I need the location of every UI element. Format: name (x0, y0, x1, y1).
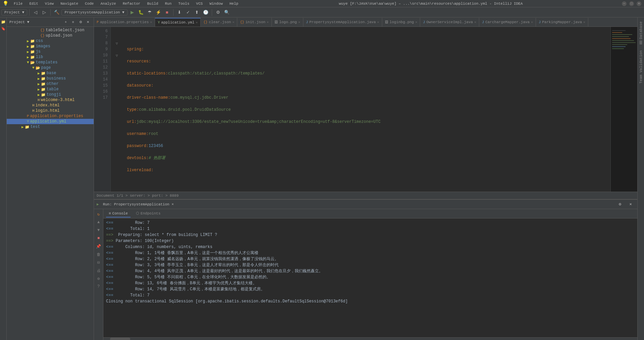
toolbar-coverage-btn[interactable]: ☂ (146, 8, 154, 16)
fold-icon-8[interactable]: ▽ (116, 41, 118, 46)
tree-item-welcome3[interactable]: H welcome-3.html (7, 97, 94, 103)
tab-app-yml[interactable]: Y application.yml ✕ (155, 18, 201, 27)
project-collapse-btn[interactable]: ≡ (70, 19, 76, 25)
tree-item-base[interactable]: ▶ 📁 base (7, 70, 94, 76)
tab-carcharge[interactable]: J CarchargeMapper.java ✕ (479, 18, 536, 27)
tab-close-loginbg[interactable]: ✕ (415, 20, 417, 24)
tab-logo[interactable]: 🖼 logo.png ✕ (272, 18, 303, 27)
toolbar-back-btn[interactable]: ◁ (32, 8, 40, 16)
toolbar-profile-btn[interactable]: ⚡ (154, 8, 162, 16)
tab-console[interactable]: ≡ Console (106, 210, 131, 217)
maximize-button[interactable]: □ (629, 1, 634, 6)
tab-close-logo[interactable]: ✕ (298, 20, 300, 24)
toolbar-vcs-push-btn[interactable]: ⬆ (193, 8, 201, 16)
tab-ownerservice[interactable]: J OwnerServiceImpl.java ✕ (420, 18, 479, 27)
project-icon[interactable]: 📁 (0, 19, 6, 25)
tab-loginbg[interactable]: 🖼 loginbg.png ✕ (382, 18, 420, 27)
project-selector[interactable]: Project ▼ (1, 9, 27, 15)
toolbar-search-btn[interactable]: 🔍 (223, 8, 231, 16)
menu-run[interactable]: Run (163, 1, 173, 6)
menu-code[interactable]: Code (84, 1, 95, 6)
window-controls[interactable]: — □ ✕ (622, 1, 641, 6)
console-scrollbar-thumb[interactable] (110, 338, 130, 340)
toolbar-run-btn[interactable]: ▶ (128, 8, 136, 16)
minimize-button[interactable]: — (622, 1, 627, 6)
tab-app-properties[interactable]: P application.properties ✕ (94, 18, 155, 27)
tab-close-app-yml[interactable]: ✕ (196, 20, 198, 25)
print-icon[interactable]: 🖨 (95, 267, 102, 274)
project-settings-btn[interactable]: ⚙ (78, 19, 84, 25)
run-panel-close[interactable]: ✕ (627, 200, 635, 208)
menu-view[interactable]: View (44, 1, 55, 6)
stop-run-icon[interactable]: ■ (95, 235, 102, 242)
tree-item-tongji[interactable]: ▶ 📁 tongji (7, 92, 94, 97)
tab-close-propertysystem[interactable]: ✕ (377, 20, 379, 24)
menu-edit[interactable]: Edit (28, 1, 39, 6)
menu-analyze[interactable]: Analyze (99, 1, 117, 6)
tab-close-init-json[interactable]: ✕ (267, 20, 269, 24)
toolbar-debug-btn[interactable]: 🐛 (137, 8, 145, 16)
tab-close-carcharge[interactable]: ✕ (531, 20, 533, 24)
tab-init-json[interactable]: {} init.json ✕ (237, 18, 271, 27)
clear-console-icon[interactable]: 🗑 (95, 251, 102, 258)
toolbar-stop-btn[interactable]: ■ (163, 8, 171, 16)
menu-help[interactable]: Help (228, 1, 240, 6)
tree-item-app-yml[interactable]: Y application.yml (7, 119, 94, 124)
tree-item-login[interactable]: H login.html (7, 108, 94, 113)
toolbar-vcs-history-btn[interactable]: 🕐 (202, 8, 210, 16)
database-label[interactable]: 🗄 Database (638, 19, 644, 47)
run-panel-settings[interactable]: ⚙ (616, 200, 624, 208)
scroll-up-icon[interactable]: ▲ (95, 218, 102, 226)
menu-refactor[interactable]: Refactor (121, 1, 142, 6)
tree-item-app-prop[interactable]: P application.properties (7, 113, 94, 119)
tree-item-lib[interactable]: ▶ 📁 lib (7, 54, 94, 60)
tree-item-css[interactable]: ▶ 📁 css (7, 38, 94, 44)
tab-parking[interactable]: J ParkingMapper.java ✕ (536, 18, 588, 27)
toolbar-forward-btn[interactable]: ▷ (40, 8, 48, 16)
tree-item-page[interactable]: ▼ 📂 page (7, 65, 94, 70)
tree-item-images[interactable]: ▶ 📁 images (7, 44, 94, 49)
menu-bar[interactable]: File Edit View Navigate Code Analyze Ref… (12, 1, 240, 6)
code-editor[interactable]: 6 7 8 9 10 11 12 13 14 15 16 17 ▽ (94, 27, 637, 192)
tab-close-ownerservice[interactable]: ✕ (474, 20, 476, 24)
toolbar-vcs-update-btn[interactable]: ⬇ (176, 8, 184, 16)
run-config-selector[interactable]: PropertysystemApplication ▼ (61, 9, 127, 15)
scroll-down-icon[interactable]: ▼ (95, 227, 102, 234)
tree-item-upload[interactable]: {} upload.json (7, 33, 94, 38)
project-close-btn[interactable]: ✕ (85, 19, 91, 25)
tree-item-templates[interactable]: ▼ 📂 templates (7, 60, 94, 65)
close-button[interactable]: ✕ (637, 1, 641, 6)
menu-navigate[interactable]: Navigate (59, 1, 80, 6)
tab-close-parking[interactable]: ✕ (583, 20, 585, 24)
tree-item-js[interactable]: ▶ 📁 js (7, 49, 94, 54)
tab-propertysystem[interactable]: J PropertysystemApplication.java ✕ (303, 18, 382, 27)
collapse-all-icon[interactable]: ⊟ (95, 259, 102, 266)
menu-window[interactable]: Window (208, 1, 224, 6)
fold-icon-10[interactable]: ▽ (116, 53, 118, 58)
run-settings-icon[interactable]: ⚙ (95, 275, 102, 282)
console-scrollbar[interactable] (103, 337, 637, 340)
team-validation-label[interactable]: Team Validation (638, 48, 644, 86)
menu-build[interactable]: Build (146, 1, 159, 6)
tree-item-tableselect[interactable]: {} tableSelect.json (7, 28, 94, 33)
menu-vcs[interactable]: VCS (195, 1, 204, 6)
tree-item-test[interactable]: ▶ 📁 test (7, 124, 94, 130)
tab-clear-json[interactable]: {} clear.json ✕ (201, 18, 237, 27)
bookmark-icon[interactable]: 🔖 (0, 26, 6, 32)
tree-item-business[interactable]: ▶ 📁 business (7, 76, 94, 81)
restart-icon[interactable]: ↻ (95, 210, 102, 218)
help-icon[interactable]: ? (95, 283, 102, 290)
toolbar-build-btn[interactable]: 🔨 (53, 8, 61, 16)
tab-endpoints[interactable]: ⬡ Endpoints (133, 210, 163, 217)
code-content[interactable]: spring: resources: static-locations: cla… (123, 27, 610, 192)
tree-item-index[interactable]: H index.html (7, 103, 94, 108)
toolbar-settings-btn[interactable]: ⚙ (214, 8, 222, 16)
console-output[interactable]: <== Row: 7 <== Total: 1 ==> Preparing: s… (103, 218, 637, 337)
toolbar-vcs-commit-btn[interactable]: ✓ (184, 8, 192, 16)
menu-tools[interactable]: Tools (177, 1, 191, 6)
tab-close-app-properties[interactable]: ✕ (150, 20, 152, 24)
tab-close-clear-json[interactable]: ✕ (232, 20, 234, 24)
pin-icon[interactable]: 📌 (95, 243, 102, 250)
tree-item-table[interactable]: ▶ 📁 table (7, 87, 94, 92)
menu-file[interactable]: File (12, 1, 24, 6)
